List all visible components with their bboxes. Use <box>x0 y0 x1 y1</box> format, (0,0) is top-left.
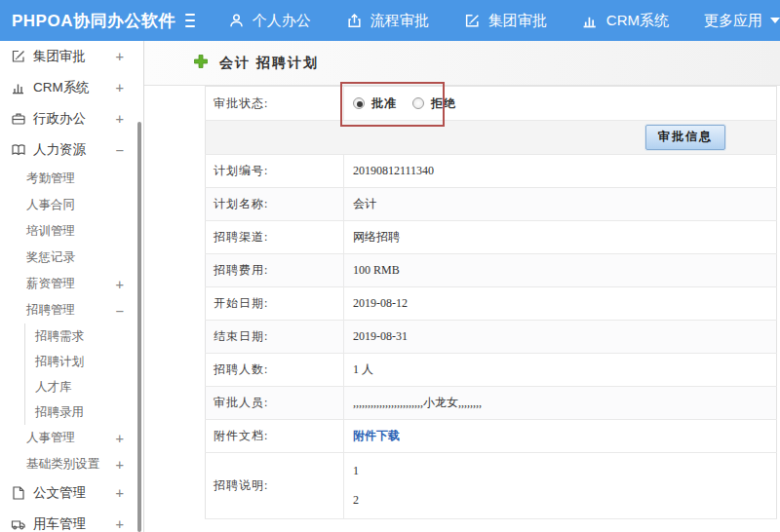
nav-item-label: CRM系统 <box>606 12 669 30</box>
sidebar-item-recruitment-needs[interactable]: 招聘需求 <box>25 323 143 349</box>
page-header: 会计 招聘计划 <box>144 41 780 86</box>
nav-item-personal-office[interactable]: 个人办公 <box>228 12 311 30</box>
table-row: 计划名称: 会计 <box>206 188 777 221</box>
nav-item-group-approval[interactable]: 集团审批 <box>464 12 547 30</box>
radio-reject-label[interactable]: 拒绝 <box>431 96 456 110</box>
sidebar-item-label: 奖惩记录 <box>26 249 75 266</box>
expand-toggle[interactable]: + <box>116 277 124 292</box>
chart-icon <box>11 80 26 95</box>
table-row: 审批状态: 批准拒绝 <box>206 87 777 121</box>
sidebar-item-recruitment-hiring[interactable]: 招聘录用 <box>25 399 143 425</box>
expand-toggle[interactable]: + <box>116 80 124 95</box>
sidebar-item-label: 薪资管理 <box>26 276 75 292</box>
document-icon <box>11 485 26 501</box>
car-icon <box>11 516 26 532</box>
sidebar-item-label: CRM系统 <box>33 79 90 96</box>
sidebar-item-label: 招聘计划 <box>35 354 84 370</box>
expand-toggle[interactable]: + <box>116 111 124 127</box>
expand-toggle[interactable]: + <box>116 516 124 532</box>
field-label: 结束日期: <box>206 321 344 354</box>
sidebar-item-training[interactable]: 培训管理 <box>0 218 143 245</box>
sidebar-item-label: 招聘管理 <box>26 302 75 319</box>
attachment-download-link[interactable]: 附件下载 <box>353 429 400 442</box>
field-label: 招聘渠道: <box>206 221 344 254</box>
briefcase-icon <box>11 111 26 127</box>
approval-status-options: 批准拒绝 <box>344 87 777 121</box>
expand-toggle[interactable]: + <box>116 485 124 501</box>
field-label: 审批人员: <box>206 387 344 420</box>
nav-item-label: 个人办公 <box>253 12 311 30</box>
expand-toggle[interactable]: + <box>116 457 124 473</box>
table-row: 开始日期: 2019-08-12 <box>206 287 777 321</box>
sidebar-item-salary[interactable]: 薪资管理 + <box>0 271 143 297</box>
plus-icon <box>193 54 209 73</box>
sidebar-item-recruitment[interactable]: 招聘管理 − <box>0 297 143 323</box>
caret-down-icon <box>770 18 780 28</box>
sidebar-item-label: 基础类别设置 <box>26 456 99 473</box>
edit-icon <box>464 13 481 29</box>
field-value-end-date: 2019-08-31 <box>344 321 777 354</box>
radio-reject[interactable] <box>412 97 424 109</box>
nav-item-crm[interactable]: CRM系统 <box>582 12 669 30</box>
sidebar-item-label: 行政办公 <box>33 110 86 128</box>
nav-item-workflow-approval[interactable]: 流程审批 <box>346 12 429 30</box>
collapse-toggle[interactable]: − <box>116 303 124 319</box>
description-line: 2 <box>353 486 776 515</box>
flow-icon <box>346 13 363 29</box>
sidebar-item-label: 公文管理 <box>33 484 86 502</box>
field-value-headcount: 1 人 <box>344 354 777 387</box>
nav-item-label: 流程审批 <box>370 12 429 30</box>
sidebar-item-admin-office[interactable]: 行政办公 + <box>0 103 143 134</box>
table-row: 招聘渠道: 网络招聘 <box>206 221 777 254</box>
sidebar-item-label: 人力资源 <box>33 141 86 159</box>
sidebar: 集团审批 + CRM系统 + 行政办公 + 人力资源 − 考勤管理 人事合同 培… <box>0 41 144 532</box>
field-label: 开始日期: <box>206 287 344 321</box>
sidebar-item-talent-pool[interactable]: 人才库 <box>25 374 143 399</box>
nav-item-more-apps[interactable]: 更多应用 <box>704 12 780 30</box>
sidebar-item-hr-contract[interactable]: 人事合同 <box>0 192 143 218</box>
chart-icon <box>582 13 599 29</box>
radio-approve-label[interactable]: 批准 <box>371 96 397 110</box>
sidebar-item-label: 招聘需求 <box>35 328 84 345</box>
nav-item-label: 集团审批 <box>488 12 547 30</box>
sidebar-item-attendance[interactable]: 考勤管理 <box>0 166 143 192</box>
sidebar-item-group-approval[interactable]: 集团审批 + <box>0 41 143 72</box>
expand-toggle[interactable]: + <box>116 49 124 64</box>
sidebar-item-personnel[interactable]: 人事管理 + <box>0 425 143 451</box>
main-content: 会计 招聘计划 审批状态: 批准拒绝 审批信息 <box>144 41 780 532</box>
table-row: 审批信息 <box>206 121 777 155</box>
collapse-toggle[interactable]: − <box>116 142 124 158</box>
sidebar-item-vehicle[interactable]: 用车管理 + <box>0 509 143 532</box>
app-title: PHPOA协同办公软件 <box>0 10 176 32</box>
sidebar-item-label: 集团审批 <box>33 48 86 65</box>
sidebar-item-crm[interactable]: CRM系统 + <box>0 72 143 103</box>
table-row: 附件文档: 附件下载 <box>206 420 777 453</box>
sidebar-item-rewards-punishments[interactable]: 奖惩记录 <box>0 245 143 271</box>
table-row: 计划编号: 20190812111340 <box>206 155 777 188</box>
sidebar-item-recruitment-plan[interactable]: 招聘计划 <box>25 349 143 374</box>
field-value-description: 1 2 <box>344 453 777 519</box>
sidebar-item-label: 培训管理 <box>26 223 75 240</box>
table-row: 招聘说明: 1 2 <box>206 453 777 519</box>
sidebar-item-base-categories[interactable]: 基础类别设置 + <box>0 451 143 477</box>
top-nav: 个人办公 流程审批 集团审批 CRM系统 更多应用 <box>228 12 780 30</box>
sidebar-item-label: 用车管理 <box>33 515 86 532</box>
expand-toggle[interactable]: + <box>116 431 124 446</box>
hamburger-menu-icon[interactable] <box>185 10 195 31</box>
radio-approve[interactable] <box>353 97 365 109</box>
page-title: 会计 招聘计划 <box>219 55 319 72</box>
field-value-plan-number: 20190812111340 <box>344 155 777 188</box>
sidebar-item-official-docs[interactable]: 公文管理 + <box>0 477 143 509</box>
sidebar-scrollbar[interactable] <box>137 122 141 532</box>
sidebar-item-label: 人事合同 <box>26 197 75 213</box>
sidebar-item-label: 人事管理 <box>26 430 75 446</box>
field-value-plan-name: 会计 <box>344 188 777 221</box>
approval-info-button[interactable]: 审批信息 <box>645 125 725 150</box>
sidebar-item-human-resources[interactable]: 人力资源 − <box>0 134 143 166</box>
field-label: 招聘费用: <box>206 254 344 287</box>
recruitment-plan-detail: 审批状态: 批准拒绝 审批信息 计划编号: 20190812 <box>205 86 777 519</box>
description-line: 1 <box>353 457 776 486</box>
book-icon <box>11 142 26 158</box>
table-row: 招聘人数: 1 人 <box>206 354 777 387</box>
user-icon <box>228 13 245 29</box>
